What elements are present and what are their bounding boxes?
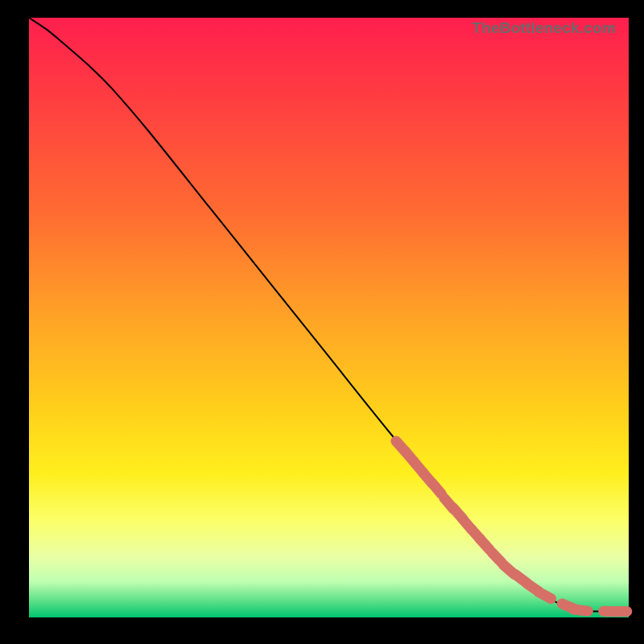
chart-svg xyxy=(29,18,629,617)
bottleneck-curve xyxy=(29,18,629,612)
plot-area: TheBottleneck.com xyxy=(29,18,629,617)
curve-marker xyxy=(480,539,489,549)
curve-marker xyxy=(432,483,442,494)
marker-group xyxy=(396,441,627,612)
chart-stage: TheBottleneck.com xyxy=(0,0,644,644)
curve-marker xyxy=(539,592,551,599)
curve-marker xyxy=(574,609,588,611)
